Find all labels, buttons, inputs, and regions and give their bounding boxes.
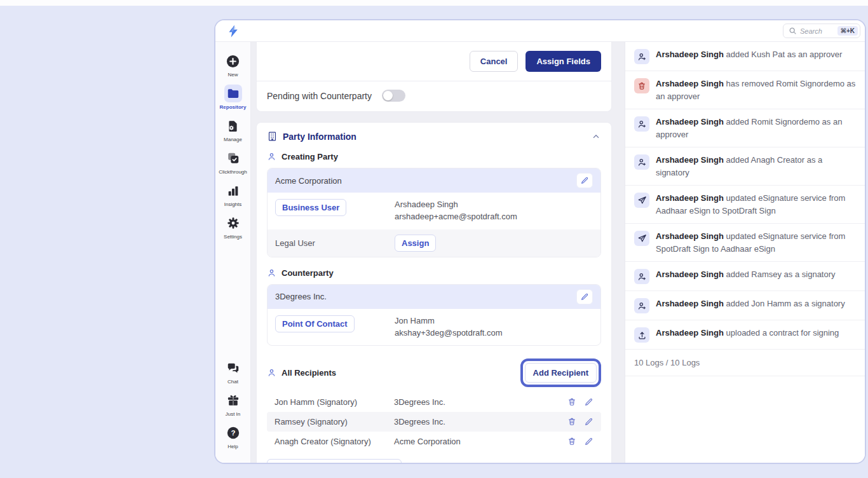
collapse-section-button[interactable] (591, 132, 601, 142)
cancel-button[interactable]: Cancel (470, 51, 519, 72)
recipient-company: 3Degrees Inc. (394, 417, 567, 427)
clickthrough-check-icon (224, 149, 242, 167)
pencil-icon (580, 176, 589, 185)
log-entry: Arshadeep Singh added Romit Signordemo a… (625, 109, 865, 147)
add-recipient-button[interactable]: Add Recipient (525, 363, 597, 383)
log-entry: Arshadeep Singh added Kush Pat as an app… (625, 42, 865, 71)
party-information-card: Party Information Creating Party Acme Co… (256, 122, 612, 463)
sidebar-item-label: New (227, 72, 238, 78)
send-icon (634, 231, 649, 246)
recipients-list: Jon Hamm (Signatory)3Degrees Inc.Ramsey … (267, 392, 601, 451)
counterparty-group: 3Degrees Inc. Point Of Contact Jon Hamm … (267, 284, 601, 346)
sidebar-item-just-in[interactable]: Just In (215, 392, 251, 417)
chevron-up-icon (591, 132, 601, 142)
log-entry: Arshadeep Singh added Jon Hamm as a sign… (625, 291, 865, 320)
app-window: Search ⌘+K NewRepositoryManageClickthrou… (214, 19, 866, 464)
sidebar-item-manage[interactable]: Manage (215, 117, 251, 142)
person-add-icon (634, 116, 649, 132)
sidebar-item-repository[interactable]: Repository (215, 85, 251, 110)
sidebar-item-chat[interactable]: Chat (215, 359, 251, 385)
recipient-name: Anagh Creator (Signatory) (275, 437, 394, 446)
search-shortcut-badge: ⌘+K (837, 26, 858, 36)
search-input[interactable]: Search ⌘+K (783, 24, 860, 38)
action-card: Cancel Assign Fields Pending with Counte… (256, 42, 612, 112)
person-add-icon (634, 269, 649, 284)
business-user-chip[interactable]: Business User (275, 199, 346, 216)
counterparty-heading: Counterparty (281, 268, 334, 278)
delete-recipient-button[interactable] (567, 437, 576, 446)
edit-creating-party-button[interactable] (576, 173, 593, 188)
chat-icon (224, 359, 242, 377)
spotdraft-logo-icon[interactable] (215, 24, 251, 39)
edit-counterparty-button[interactable] (576, 289, 593, 304)
log-entry-text: Arshadeep Singh added Jon Hamm as a sign… (656, 297, 845, 310)
log-entry-text: Arshadeep Singh updated eSignature servi… (656, 192, 856, 217)
gear-icon (224, 214, 242, 232)
assign-legal-user-button[interactable]: Assign (395, 235, 436, 252)
log-entry-text: Arshadeep Singh has removed Romit Signor… (656, 78, 856, 102)
svg-text:?: ? (231, 429, 235, 437)
person-add-icon (634, 154, 649, 170)
trash-icon (634, 78, 649, 93)
signatory-order-button[interactable]: Signatory And Recipient Order (267, 459, 402, 463)
log-entry-text: Arshadeep Singh added Ramsey as a signat… (656, 268, 836, 281)
recipient-row: Jon Hamm (Signatory)3Degrees Inc. (267, 392, 601, 412)
pending-counterparty-toggle[interactable] (382, 90, 405, 102)
creating-party-heading: Creating Party (281, 152, 338, 161)
edit-recipient-button[interactable] (584, 397, 593, 407)
sidebar-item-label: Help (227, 444, 238, 449)
log-count: 10 Logs / 10 Logs (625, 350, 865, 376)
delete-recipient-button[interactable] (567, 417, 576, 427)
pencil-icon (580, 292, 589, 301)
business-user-email: arshadeep+acme@spotdraft.com (395, 211, 593, 223)
send-icon (634, 193, 649, 208)
assign-fields-button[interactable]: Assign Fields (526, 51, 601, 72)
sidebar: NewRepositoryManageClickthroughInsightsS… (215, 42, 251, 463)
sidebar-item-help[interactable]: ?Help (215, 424, 251, 449)
log-entry-text: Arshadeep Singh added Anagh Creator as a… (656, 154, 856, 179)
sidebar-item-insights[interactable]: Insights (215, 182, 251, 207)
recipient-name: Jon Hamm (Signatory) (275, 397, 394, 407)
creating-party-group: Acme Corporation Business User Arshadeep… (267, 168, 601, 257)
counterparty-company: 3Degrees Inc. (275, 292, 327, 301)
bar-chart-icon (224, 182, 242, 200)
sidebar-item-label: Repository (220, 104, 247, 110)
person-icon (267, 152, 276, 161)
recipient-row: Ramsey (Signatory)3Degrees Inc. (267, 412, 601, 432)
manage-doc-gear-icon (224, 117, 242, 135)
sidebar-item-label: Just In (226, 411, 241, 417)
plus-circle-icon (224, 52, 242, 70)
creating-party-company: Acme Corporation (275, 176, 342, 186)
sidebar-item-clickthrough[interactable]: Clickthrough (215, 149, 251, 175)
person-icon (267, 368, 276, 378)
help-circle-icon: ? (224, 424, 242, 442)
edit-recipient-button[interactable] (584, 417, 593, 427)
log-entry: Arshadeep Singh added Anagh Creator as a… (625, 147, 865, 186)
upload-icon (634, 327, 649, 343)
point-of-contact-chip[interactable]: Point Of Contact (275, 315, 355, 332)
log-entry: Arshadeep Singh updated eSignature servi… (625, 224, 865, 262)
log-entry: Arshadeep Singh has removed Romit Signor… (625, 71, 865, 109)
recipient-company: 3Degrees Inc. (394, 397, 567, 407)
person-icon (267, 268, 276, 278)
sidebar-item-new[interactable]: New (215, 52, 251, 78)
log-entry-text: Arshadeep Singh added Romit Signordemo a… (656, 116, 856, 140)
app-header: Search ⌘+K (215, 20, 865, 42)
recipient-row: Anagh Creator (Signatory)Acme Corporatio… (267, 432, 601, 451)
log-entry-text: Arshadeep Singh updated eSignature servi… (656, 230, 856, 255)
person-add-icon (634, 298, 649, 313)
log-entry-text: Arshadeep Singh added Kush Pat as an app… (656, 48, 842, 61)
gift-icon (224, 392, 242, 409)
log-entry-text: Arshadeep Singh uploaded a contract for … (656, 327, 839, 339)
recipient-company: Acme Corporation (394, 437, 567, 446)
sidebar-item-label: Settings (224, 234, 242, 240)
sidebar-item-label: Insights (224, 201, 242, 207)
edit-recipient-button[interactable] (584, 437, 593, 446)
all-recipients-heading: All Recipients (281, 368, 336, 378)
recipient-name: Ramsey (Signatory) (275, 417, 394, 427)
delete-recipient-button[interactable] (567, 397, 576, 407)
log-entry: Arshadeep Singh updated eSignature servi… (625, 186, 865, 224)
building-icon (267, 131, 278, 142)
sidebar-item-settings[interactable]: Settings (215, 214, 251, 240)
poc-email: akshay+3deg@spotdraft.com (395, 327, 593, 339)
